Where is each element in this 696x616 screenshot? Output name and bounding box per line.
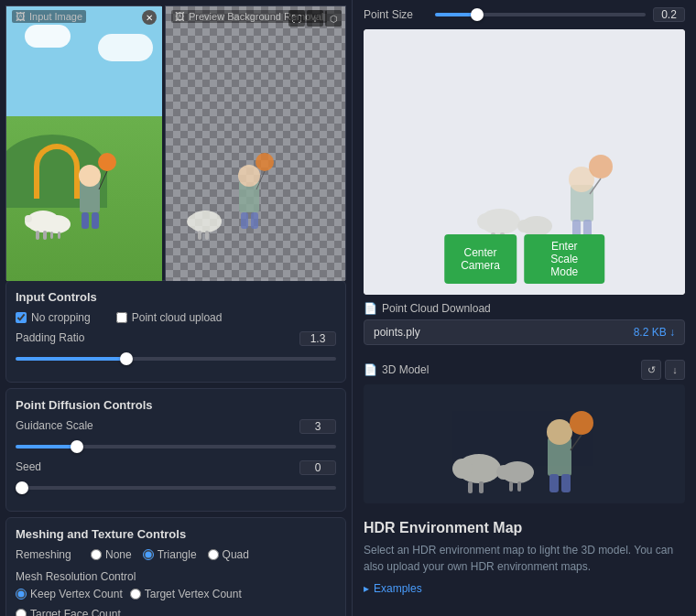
hdr-section: HDR Environment Map Select an HDR enviro… <box>353 511 696 604</box>
remesh-triangle-radio[interactable] <box>143 549 154 560</box>
keep-vertex-count[interactable]: Keep Vertex Count <box>16 588 123 600</box>
chevron-icon: ▸ <box>364 582 369 595</box>
right-panel: Point Size 0.2 Center <box>352 0 696 616</box>
point-cloud-download-section: 📄 Point Cloud Download points.ply 8.2 KB… <box>353 295 696 352</box>
remesh-triangle[interactable]: Triangle <box>143 548 197 561</box>
guidance-scale-row: Guidance Scale 3 <box>16 419 336 451</box>
svg-point-44 <box>496 465 511 480</box>
model-header-btns: ↺ ↓ <box>641 360 685 380</box>
left-panel: 🖼 Input Image ✕ <box>0 0 352 616</box>
download-file-row: points.ply 8.2 KB ↓ <box>364 319 685 345</box>
3d-model-header-left: 📄 3D Model <box>364 363 429 376</box>
point-size-value: 0.2 <box>653 7 685 22</box>
download-header: 📄 Point Cloud Download <box>364 302 685 315</box>
svg-point-4 <box>25 215 32 222</box>
3d-model-viewport[interactable] <box>364 384 685 503</box>
point-diffusion-card: Point Diffusion Controls Guidance Scale … <box>5 388 346 512</box>
remeshing-label: Remeshing <box>16 548 80 561</box>
svg-rect-41 <box>468 481 473 493</box>
seed-label: Seed <box>16 460 41 475</box>
target-face-radio[interactable] <box>16 609 27 616</box>
svg-rect-21 <box>241 212 248 229</box>
seed-value: 0 <box>299 460 336 475</box>
preview-controls: ⛶ ↓ ⬡ <box>288 10 342 27</box>
remesh-quad[interactable]: Quad <box>208 548 249 561</box>
input-image-canvas <box>6 6 162 281</box>
point-size-row: Point Size 0.2 <box>353 0 696 29</box>
hdr-examples-link[interactable]: ▸ Examples <box>364 582 685 595</box>
svg-rect-18 <box>205 231 209 240</box>
svg-rect-17 <box>198 231 201 240</box>
enter-scale-mode-btn[interactable]: Enter Scale Mode <box>524 234 604 284</box>
svg-point-26 <box>477 213 494 230</box>
input-controls-card: Input Controls No cropping Point cloud u… <box>5 280 346 383</box>
preview-expand-btn[interactable]: ⛶ <box>288 10 305 27</box>
padding-ratio-row: Padding Ratio 1.3 <box>16 331 336 363</box>
point-diffusion-title: Point Diffusion Controls <box>16 398 336 412</box>
svg-point-40 <box>452 459 473 479</box>
keep-vertex-radio[interactable] <box>16 589 27 600</box>
padding-ratio-value: 1.3 <box>299 331 336 346</box>
3d-viewport[interactable]: Center Camera Enter Scale Mode <box>364 29 685 295</box>
guidance-scale-value: 3 <box>299 419 336 434</box>
svg-point-23 <box>256 153 274 171</box>
input-image-box: 🖼 Input Image ✕ <box>5 5 161 280</box>
remesh-none[interactable]: None <box>91 548 132 561</box>
svg-rect-13 <box>50 232 53 239</box>
padding-ratio-label: Padding Ratio <box>16 331 84 346</box>
hdr-title: HDR Environment Map <box>364 520 685 536</box>
no-cropping-label[interactable]: No cropping <box>16 311 91 324</box>
download-filename: points.ply <box>374 326 420 339</box>
svg-point-51 <box>570 411 593 435</box>
center-camera-btn[interactable]: Center Camera <box>444 234 517 284</box>
input-controls-checkboxes: No cropping Point cloud upload <box>16 311 336 324</box>
preview-icon: 🖼 <box>175 11 185 22</box>
svg-point-12 <box>40 219 51 230</box>
image-row: 🖼 Input Image ✕ <box>0 0 352 280</box>
target-vertex-radio[interactable] <box>130 589 141 600</box>
svg-rect-49 <box>549 474 559 492</box>
preview-share-btn[interactable]: ⬡ <box>325 10 342 27</box>
viewport-3d-scene <box>465 121 630 249</box>
model-refresh-btn[interactable]: ↺ <box>641 360 661 380</box>
remesh-none-radio[interactable] <box>91 549 102 560</box>
preview-canvas <box>166 6 345 281</box>
preview-image-box: 🖼 Preview Background Removal ⛶ ↓ ⬡ <box>165 5 346 280</box>
preview-svg <box>179 89 308 254</box>
guidance-scale-label: Guidance Scale <box>16 419 93 434</box>
target-face-count[interactable]: Target Face Count <box>16 608 121 616</box>
model-icon: 📄 <box>364 363 377 376</box>
preview-download-btn[interactable]: ↓ <box>307 10 323 27</box>
mesh-resolution-section: Mesh Resolution Control Keep Vertex Coun… <box>16 570 336 616</box>
padding-ratio-slider[interactable] <box>16 357 336 361</box>
input-controls-title: Input Controls <box>16 290 336 304</box>
scene-svg <box>16 89 162 254</box>
model-download-btn[interactable]: ↓ <box>665 360 685 380</box>
seed-slider[interactable] <box>16 486 336 490</box>
svg-point-9 <box>98 153 116 171</box>
input-image-close[interactable]: ✕ <box>142 10 157 25</box>
meshing-title: Meshing and Texture Controls <box>16 527 336 541</box>
svg-rect-2 <box>36 231 39 240</box>
svg-rect-7 <box>82 212 89 229</box>
svg-rect-3 <box>43 231 47 240</box>
remeshing-row: Remeshing None Triangle Quad <box>16 548 336 561</box>
svg-rect-50 <box>561 474 571 492</box>
svg-rect-45 <box>509 481 513 492</box>
image-icon: 🖼 <box>16 11 26 22</box>
download-size[interactable]: 8.2 KB ↓ <box>634 326 675 339</box>
no-cropping-checkbox[interactable] <box>16 312 27 323</box>
point-size-slider[interactable] <box>435 13 646 16</box>
seed-row: Seed 0 <box>16 460 336 492</box>
point-cloud-upload-label[interactable]: Point cloud upload <box>116 311 223 324</box>
hdr-description: Select an HDR environment map to light t… <box>364 542 685 575</box>
svg-rect-14 <box>58 232 60 239</box>
remesh-quad-radio[interactable] <box>208 549 219 560</box>
guidance-scale-slider[interactable] <box>16 445 336 448</box>
svg-rect-42 <box>479 481 484 493</box>
point-cloud-upload-checkbox[interactable] <box>116 312 127 323</box>
target-vertex-count[interactable]: Target Vertex Count <box>130 588 242 600</box>
viewport-buttons: Center Camera Enter Scale Mode <box>444 234 605 284</box>
svg-line-52 <box>571 435 582 450</box>
svg-point-30 <box>517 220 530 232</box>
